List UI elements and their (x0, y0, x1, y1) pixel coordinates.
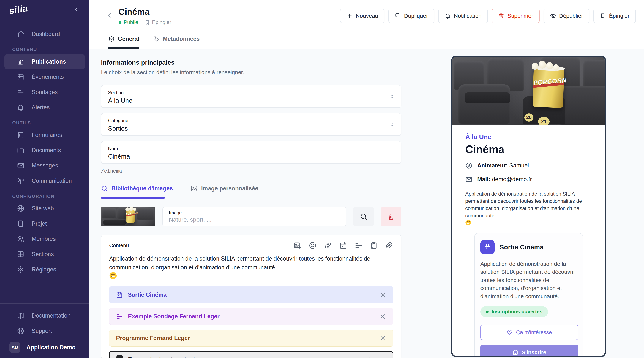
duplicate-button[interactable]: Dupliquer (388, 8, 434, 23)
clipboard-icon[interactable] (370, 241, 378, 250)
sidebar-item-label: Publications (32, 58, 66, 65)
preview-description: Application de démonstration de la solut… (465, 190, 592, 220)
sidebar-item-site-web[interactable]: Site web (4, 201, 85, 216)
sidebar-item-evenements[interactable]: Événements (4, 69, 85, 84)
tab-bar: Général Métadonnées (108, 35, 200, 49)
nom-field[interactable]: Nom (101, 141, 402, 164)
tab-metadonnees[interactable]: Métadonnées (153, 35, 200, 49)
image-row: POPCORN Image (101, 207, 402, 227)
user-icon (465, 162, 472, 169)
sidebar-item-label: Dashboard (32, 31, 60, 37)
bell-icon (17, 104, 24, 111)
folder-icon (17, 146, 24, 154)
unpublish-button[interactable]: Dépublier (544, 8, 590, 23)
block-suffix: (principal) (170, 356, 196, 358)
sidebar-item-projet[interactable]: Projet (4, 216, 85, 231)
image-search-input[interactable] (169, 216, 331, 223)
pin-button[interactable]: Épingler (593, 8, 636, 23)
mail-value: demo@demo.fr (492, 176, 532, 183)
block-programme[interactable]: Programme Fernand Leger (109, 330, 393, 347)
field-label: Nom (108, 146, 394, 151)
calendar-check-icon (512, 350, 518, 356)
image-plus-icon[interactable] (293, 241, 302, 250)
delete-button[interactable]: Supprimer (492, 8, 540, 23)
tab-label: Bibliothèque d'images (112, 185, 173, 192)
subscribe-button[interactable]: S'inscrire (480, 345, 578, 357)
preview-column: POPCORN 20 21 À la Une Cinéma (413, 49, 644, 358)
calendar-icon[interactable] (339, 241, 347, 250)
image-search-button[interactable] (353, 207, 374, 227)
event-icon-badge (480, 240, 494, 254)
sidebar-item-formulaires[interactable]: Formulaires (4, 127, 85, 143)
notification-button[interactable]: Notification (438, 8, 488, 23)
close-icon[interactable] (379, 335, 386, 342)
page-header: Cinéma Publié Épingler Nouveau (90, 0, 644, 49)
sidebar-item-communication[interactable]: Communication (4, 173, 85, 189)
editor-toolbar (293, 241, 393, 250)
tab-general[interactable]: Général (108, 35, 139, 49)
block-sondage[interactable]: Exemple Sondage Fernand Leger (109, 308, 393, 325)
image-thumbnail[interactable]: POPCORN (101, 207, 156, 227)
button-label: Dépublier (559, 13, 583, 19)
block-title: Programme Fernand Leger (116, 335, 190, 342)
tab-image-library[interactable]: Bibliothèque d'images (101, 185, 173, 192)
content-editor[interactable]: Contenu Application de démonstration de … (101, 235, 402, 358)
preview-event-card: Sortie Cinéma Application de démonstrati… (474, 233, 583, 357)
preview-title: Cinéma (465, 143, 592, 155)
sidebar-item-reglages[interactable]: Réglages (4, 262, 85, 277)
content-blocks: Sortie Cinéma Exemple Sondage Fernand Le… (109, 286, 393, 358)
link-icon[interactable] (324, 241, 332, 250)
green-dot-icon (486, 311, 488, 313)
sidebar-item-support[interactable]: Support (4, 323, 85, 339)
header-actions: Nouveau Dupliquer Notification Supprimer… (340, 8, 636, 23)
categorie-select[interactable]: Catégorie Sorties (101, 113, 402, 136)
sidebar-item-messages[interactable]: Messages (4, 158, 85, 173)
field-value: Sorties (108, 125, 394, 132)
sidebar-item-label: Projet (32, 220, 47, 227)
pencil-icon[interactable] (366, 356, 372, 358)
mail-icon (465, 176, 472, 183)
event-title: Sortie Cinéma (500, 243, 544, 251)
event-description: Application de démonstration de la solut… (480, 260, 578, 301)
section-heading: Informations principales (101, 59, 402, 66)
image-search-field[interactable]: Image (162, 207, 346, 227)
sidebar-item-sections[interactable]: Sections (4, 247, 85, 262)
poll-lines-icon[interactable] (354, 241, 362, 250)
block-en-savoir-plus[interactable]: En savoir plus (principal) (109, 351, 393, 358)
nom-input[interactable] (108, 153, 380, 160)
sidebar-item-alertes[interactable]: Alertes (4, 100, 85, 115)
color-swatch-icon (116, 355, 123, 358)
status-label: Publié (124, 19, 138, 25)
field-label: Section (108, 90, 394, 95)
sidebar-section-outils: OUTILS (0, 120, 90, 126)
back-icon[interactable] (106, 11, 114, 19)
close-icon[interactable] (379, 356, 386, 358)
new-button[interactable]: Nouveau (340, 8, 384, 23)
button-label: Ça m'intéresse (516, 329, 552, 336)
section-select[interactable]: Section À la Une (101, 85, 402, 108)
sidebar-item-documents[interactable]: Documents (4, 143, 85, 158)
smile-icon[interactable] (308, 241, 317, 250)
sidebar-item-dashboard[interactable]: Dashboard (4, 26, 85, 42)
sidebar-item-documentation[interactable]: Documentation (4, 308, 85, 323)
button-label: Notification (454, 13, 482, 19)
sidebar-item-sondages[interactable]: Sondages (4, 84, 85, 100)
tab-custom-image[interactable]: Image personnalisée (191, 185, 258, 192)
pin-toggle[interactable]: Épingler (144, 19, 171, 25)
sidebar-collapse-icon[interactable] (73, 5, 82, 14)
close-icon[interactable] (380, 291, 386, 298)
image-tabs-underline (101, 197, 402, 199)
image-delete-button[interactable] (381, 207, 402, 227)
interest-button[interactable]: Ça m'intéresse (480, 325, 578, 340)
block-sortie-cinema[interactable]: Sortie Cinéma (109, 286, 393, 304)
sidebar-item-membres[interactable]: Membres (4, 231, 85, 247)
user-menu[interactable]: AD Application Demo (0, 342, 90, 353)
paperclip-icon[interactable] (385, 241, 393, 250)
slug-text: /cinema (101, 169, 402, 174)
sidebar-item-publications[interactable]: Publications (4, 54, 85, 69)
sidebar-item-label: Alertes (32, 104, 50, 111)
sidebar-footer: Documentation Support AD Application Dem… (0, 304, 90, 358)
chevrons-up-down-icon (389, 121, 395, 128)
close-icon[interactable] (379, 313, 386, 320)
seat-number: 20 (524, 113, 534, 122)
